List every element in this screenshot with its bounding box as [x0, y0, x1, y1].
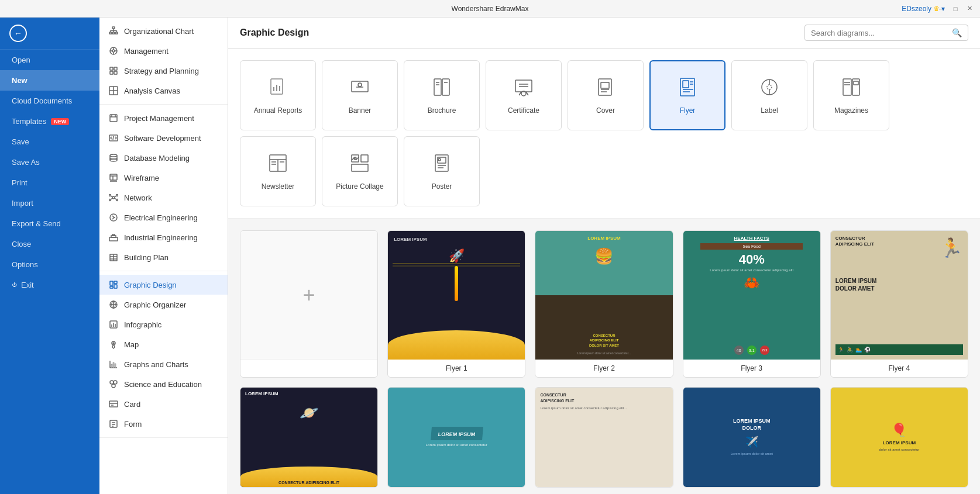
category-label-item[interactable]: Label	[731, 60, 807, 130]
nav-item-electrical[interactable]: Electrical Engineering	[99, 208, 228, 227]
nav-item-map[interactable]: Map	[99, 334, 228, 354]
category-annual-reports[interactable]: Annual Reports	[240, 60, 316, 130]
svg-line-43	[111, 198, 113, 199]
category-flyer[interactable]: Flyer	[649, 60, 725, 130]
nav-item-software-dev[interactable]: Software Development	[99, 128, 228, 148]
back-button[interactable]: ←	[0, 18, 99, 50]
template-flyer6[interactable]: LOREM IPSUM Lorem ipsum dolor sit amet c…	[387, 387, 525, 488]
svg-rect-0	[112, 27, 115, 29]
nav-label: Map	[124, 340, 139, 349]
search-icon[interactable]: 🔍	[952, 28, 962, 37]
sidebar-item-close[interactable]: Close	[0, 234, 99, 254]
nav-label: Wireframe	[124, 174, 159, 182]
nav-item-wireframe[interactable]: Wireframe	[99, 168, 228, 188]
sidebar-item-save[interactable]: Save	[0, 132, 99, 152]
sidebar-item-import[interactable]: Import	[0, 193, 99, 213]
content-header: Graphic Design 🔍	[228, 18, 980, 49]
nav-item-project[interactable]: Project Management	[99, 108, 228, 128]
category-poster[interactable]: Poster	[404, 136, 480, 206]
svg-point-66	[112, 341, 115, 345]
nav-item-database[interactable]: Database Modeling	[99, 148, 228, 168]
category-banner[interactable]: Banner	[322, 60, 398, 130]
svg-rect-1	[109, 32, 112, 34]
electrical-icon	[109, 213, 118, 222]
nav-label: Organizational Chart	[124, 27, 194, 36]
sidebar-item-saveas[interactable]: Save As	[0, 152, 99, 172]
nav-item-org-chart[interactable]: Organizational Chart	[99, 21, 228, 41]
category-newsletter[interactable]: Newsletter	[240, 136, 316, 206]
category-picture-collage[interactable]: Picture Collage	[322, 136, 398, 206]
sidebar-item-open[interactable]: Open	[0, 50, 99, 70]
template-flyer5[interactable]: LOREM IPSUM 🪐 CONSECTUR ADIPISCING ELIT	[240, 387, 378, 488]
sidebar-item-options[interactable]: Options	[0, 254, 99, 275]
banner-icon	[349, 77, 370, 102]
template-flyer4[interactable]: CONSECTUR ADIPISCING ELIT 🏃 LOREM IPSUM …	[830, 230, 968, 378]
minimize-button[interactable]: ─	[937, 5, 946, 12]
svg-rect-93	[434, 79, 441, 95]
flyer-icon	[677, 77, 698, 102]
nav-item-infographic[interactable]: Infographic	[99, 315, 228, 334]
nav-section-3: Graphic Design Graphic Organizer	[99, 271, 228, 438]
sidebar-item-print[interactable]: Print	[0, 172, 99, 193]
flyer1-label: Flyer 1	[388, 360, 525, 377]
svg-rect-94	[442, 79, 449, 95]
nav-item-strategy[interactable]: Strategy and Planning	[99, 61, 228, 81]
infographic-icon	[109, 320, 118, 329]
nav-item-graphic-design[interactable]: Graphic Design	[99, 275, 228, 295]
category-magazines[interactable]: Magazines	[813, 60, 889, 130]
graphic-organizer-icon	[109, 300, 118, 309]
nav-item-analysis[interactable]: Analysis Canvas	[99, 81, 228, 101]
brochure-icon	[431, 77, 452, 102]
template-new[interactable]: +	[240, 230, 378, 378]
maximize-button[interactable]: □	[951, 5, 960, 12]
sidebar-item-export[interactable]: Export & Send	[0, 213, 99, 234]
nav-item-form[interactable]: Form	[99, 414, 228, 434]
category-certificate[interactable]: Certificate	[486, 60, 562, 130]
nav-item-graphs[interactable]: Graphs and Charts	[99, 354, 228, 374]
titlebar: Wondershare EdrawMax EDszeoly ♛ ▾ ─ □ ✕	[0, 0, 980, 18]
search-input[interactable]	[811, 29, 952, 37]
svg-point-92	[358, 83, 362, 87]
annual-reports-label: Annual Reports	[254, 106, 302, 115]
nav-item-science[interactable]: Science and Education	[99, 374, 228, 394]
svg-line-77	[112, 384, 113, 385]
sidebar-item-new[interactable]: New	[0, 70, 99, 91]
nav-item-card[interactable]: Card	[99, 394, 228, 414]
nav-item-graphic-organizer[interactable]: Graphic Organizer	[99, 295, 228, 315]
nav-item-industrial[interactable]: Industrial Engineering	[99, 227, 228, 247]
category-brochure[interactable]: Brochure	[404, 60, 480, 130]
nav-item-network[interactable]: Network	[99, 188, 228, 208]
svg-point-39	[109, 199, 111, 201]
building-icon	[109, 253, 118, 262]
close-button[interactable]: ✕	[965, 5, 974, 12]
poster-label: Poster	[432, 182, 452, 191]
card-icon	[109, 399, 118, 409]
template-flyer8[interactable]: LOREM IPSUM DOLOR ✈️ Lorem ipsum dolor s…	[683, 387, 821, 488]
template-flyer3[interactable]: HEALTH FACTS Sea Food 40% Lorem ipsum do…	[683, 230, 821, 378]
sidebar-item-cloud[interactable]: Cloud Documents	[0, 91, 99, 111]
template-flyer1[interactable]: LOREM IPSUM 🚀 Flyer 1	[387, 230, 525, 378]
wireframe-icon	[109, 173, 118, 182]
nav-item-management[interactable]: Management	[99, 41, 228, 61]
svg-point-36	[112, 196, 115, 199]
svg-point-37	[109, 195, 111, 196]
nav-label: Infographic	[124, 320, 161, 329]
flyer8-thumb: LOREM IPSUM DOLOR ✈️ Lorem ipsum dolor s…	[683, 388, 820, 487]
svg-rect-109	[683, 81, 689, 88]
svg-rect-72	[115, 364, 116, 368]
sidebar-item-exit[interactable]: ⏻ Exit	[0, 275, 99, 295]
poster-icon	[431, 153, 452, 178]
template-flyer9[interactable]: 🎈 LOREM IPSUM dolor sit amet consectetur	[830, 387, 968, 488]
template-flyer7[interactable]: CONSECTUR ADIPISCING ELIT Lorem ipsum do…	[535, 387, 673, 488]
templates-section: + LOREM IPSUM 🚀	[228, 219, 980, 494]
category-cover[interactable]: Cover	[568, 60, 644, 130]
username: EDszeoly	[902, 5, 931, 13]
nav-item-building[interactable]: Building Plan	[99, 247, 228, 267]
svg-rect-118	[843, 79, 851, 95]
project-icon	[109, 113, 118, 123]
form-icon	[109, 419, 118, 429]
template-flyer2[interactable]: LOREM IPSUM 🍔 CONSECTUR ADIPISCING ELIT …	[535, 230, 673, 378]
sidebar-item-templates[interactable]: Templates NEW	[0, 111, 99, 132]
middle-nav-panel: Organizational Chart Management	[99, 18, 228, 494]
certificate-icon	[513, 77, 534, 102]
